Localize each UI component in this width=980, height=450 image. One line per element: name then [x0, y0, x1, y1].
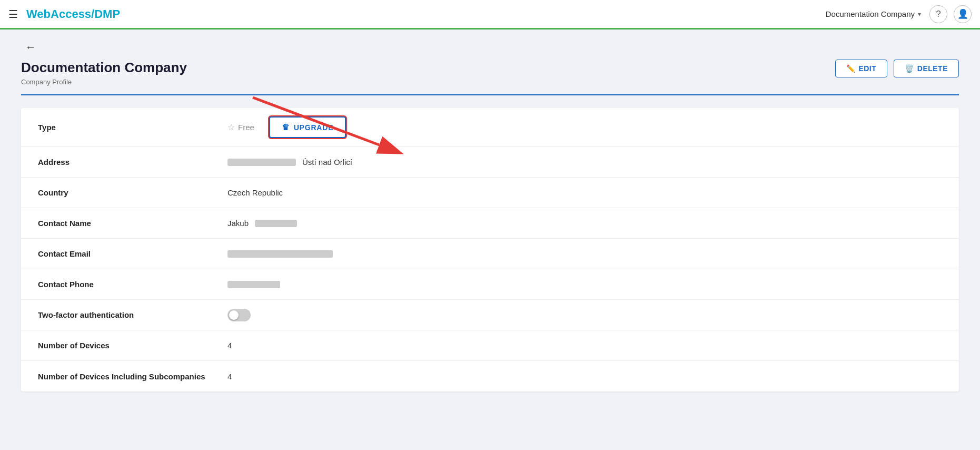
company-selector[interactable]: Documentation Company ▾ — [826, 9, 921, 18]
help-icon-button[interactable]: ? — [929, 5, 947, 23]
address-city: Ústí nad Orlicí — [302, 158, 352, 167]
help-icon: ? — [936, 9, 941, 19]
blurred-contact-email — [227, 250, 333, 258]
table-row: Two-factor authentication — [21, 300, 959, 330]
table-row: Type ☆ Free ♛ UPGRADE — [21, 108, 959, 147]
page-header: Documentation Company Company Profile ✏️… — [21, 60, 959, 95]
free-type-indicator: ☆ Free — [227, 122, 254, 132]
table-row: Address Ústí nad Orlicí — [21, 147, 959, 178]
field-label-num-devices-sub: Number of Devices Including Subcompanies — [38, 372, 227, 381]
user-icon: 👤 — [957, 8, 968, 19]
country-value: Czech Republic — [227, 188, 283, 197]
field-value-contact-phone — [227, 281, 280, 288]
field-value-country: Czech Republic — [227, 188, 283, 197]
blurred-contact-name — [255, 220, 297, 227]
field-label-contact-email: Contact Email — [38, 249, 227, 258]
field-label-type: Type — [38, 123, 227, 132]
field-value-num-devices: 4 — [227, 341, 232, 350]
delete-icon: 🗑️ — [905, 64, 914, 73]
field-value-2fa — [227, 309, 251, 321]
table-row: Number of Devices Including Subcompanies… — [21, 361, 959, 392]
table-row: Contact Email — [21, 239, 959, 269]
star-icon: ☆ — [227, 122, 235, 132]
page-content: ← Documentation Company Company Profile … — [0, 30, 980, 413]
upgrade-button[interactable]: ♛ UPGRADE — [269, 116, 346, 138]
back-row: ← — [21, 30, 959, 60]
page-subtitle: Company Profile — [21, 78, 187, 86]
edit-label: EDIT — [858, 64, 876, 73]
back-button[interactable]: ← — [21, 39, 40, 55]
user-account-button[interactable]: 👤 — [954, 5, 972, 23]
logo-dmp: DMP — [94, 7, 120, 21]
blurred-contact-phone — [227, 281, 280, 288]
page-title: Documentation Company — [21, 60, 187, 76]
field-label-country: Country — [38, 188, 227, 197]
field-value-type: ☆ Free ♛ UPGRADE — [227, 116, 346, 138]
page-header-left: Documentation Company Company Profile — [21, 60, 187, 86]
delete-label: DELETE — [917, 64, 948, 73]
field-label-num-devices: Number of Devices — [38, 341, 227, 350]
edit-icon: ✏️ — [846, 64, 856, 73]
table-row: Country Czech Republic — [21, 178, 959, 208]
field-label-contact-name: Contact Name — [38, 219, 227, 228]
top-navigation: ☰ WebAccess/DMP Documentation Company ▾ … — [0, 0, 980, 30]
table-row: Number of Devices 4 — [21, 330, 959, 361]
delete-button[interactable]: 🗑️ DELETE — [894, 60, 959, 77]
field-value-contact-email — [227, 250, 333, 258]
upgrade-label: UPGRADE — [294, 123, 334, 132]
app-logo: WebAccess/DMP — [26, 7, 120, 21]
num-devices-value: 4 — [227, 341, 232, 350]
two-factor-toggle[interactable] — [227, 309, 251, 321]
field-label-2fa: Two-factor authentication — [38, 310, 227, 319]
chevron-down-icon: ▾ — [918, 11, 921, 18]
crown-icon: ♛ — [282, 122, 290, 132]
toggle-thumb — [229, 310, 239, 320]
field-label-address: Address — [38, 158, 227, 167]
company-profile-card: Type ☆ Free ♛ UPGRADE Address Ústí nad O… — [21, 108, 959, 392]
field-label-contact-phone: Contact Phone — [38, 280, 227, 289]
hamburger-menu-icon[interactable]: ☰ — [8, 8, 18, 21]
table-row: Contact Name Jakub — [21, 208, 959, 239]
company-name-label: Documentation Company — [826, 9, 915, 18]
field-value-contact-name: Jakub — [227, 219, 297, 228]
num-devices-sub-value: 4 — [227, 372, 232, 381]
contact-name-prefix: Jakub — [227, 219, 249, 228]
field-value-address: Ústí nad Orlicí — [227, 158, 352, 167]
blurred-address — [227, 159, 296, 166]
free-label: Free — [238, 123, 254, 132]
logo-webaccess: WebAccess/ — [26, 7, 94, 21]
field-value-num-devices-sub: 4 — [227, 372, 232, 381]
edit-button[interactable]: ✏️ EDIT — [835, 60, 887, 77]
table-row: Contact Phone — [21, 269, 959, 300]
page-header-actions: ✏️ EDIT 🗑️ DELETE — [835, 60, 959, 77]
